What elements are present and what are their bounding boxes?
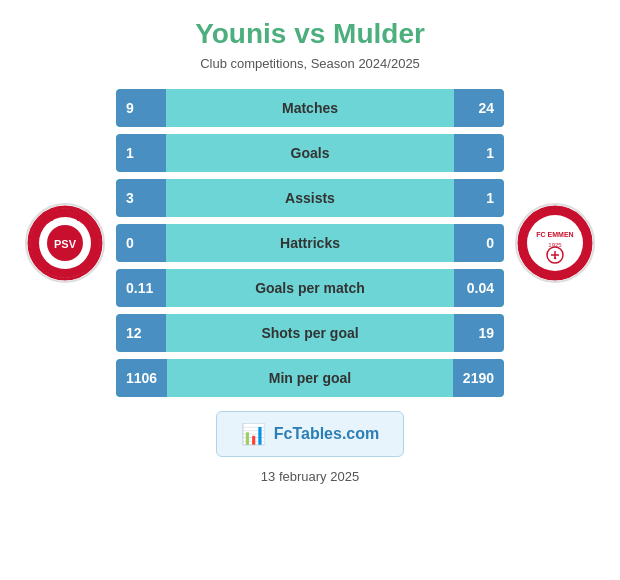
page-subtitle: Club competitions, Season 2024/2025 bbox=[200, 56, 420, 71]
stat-row: 1Goals1 bbox=[116, 134, 504, 172]
stat-right-value: 0.04 bbox=[454, 269, 504, 307]
stat-right-value: 19 bbox=[454, 314, 504, 352]
stat-label: Hattricks bbox=[166, 235, 454, 251]
fctables-text: FcTables.com bbox=[274, 425, 380, 443]
stat-row: 3Assists1 bbox=[116, 179, 504, 217]
fctables-banner: 📊 FcTables.com bbox=[216, 411, 405, 457]
stat-label: Goals per match bbox=[166, 280, 454, 296]
stat-label: Matches bbox=[166, 100, 454, 116]
stat-left-value: 1 bbox=[116, 134, 166, 172]
stat-right-value: 1 bbox=[454, 134, 504, 172]
stat-label: Shots per goal bbox=[166, 325, 454, 341]
stat-label: Goals bbox=[166, 145, 454, 161]
fctables-icon: 📊 bbox=[241, 422, 266, 446]
svg-text:FC EMMEN: FC EMMEN bbox=[536, 231, 573, 238]
svg-text:PSV: PSV bbox=[54, 238, 77, 250]
logo-right: FC EMMEN 1925 ✦ bbox=[510, 203, 600, 283]
stat-left-value: 1106 bbox=[116, 359, 167, 397]
stat-right-value: 0 bbox=[454, 224, 504, 262]
page-wrapper: Younis vs Mulder Club competitions, Seas… bbox=[0, 0, 620, 580]
stat-right-value: 2190 bbox=[453, 359, 504, 397]
page-title: Younis vs Mulder bbox=[195, 18, 425, 50]
date-footer: 13 february 2025 bbox=[261, 469, 359, 484]
comparison-area: PSV 9Matches241Goals13Assists10Hattricks… bbox=[20, 89, 600, 397]
svg-text:✦: ✦ bbox=[553, 255, 557, 261]
stat-right-value: 1 bbox=[454, 179, 504, 217]
stat-left-value: 0.11 bbox=[116, 269, 166, 307]
stat-row: 0.11Goals per match0.04 bbox=[116, 269, 504, 307]
stat-label: Assists bbox=[166, 190, 454, 206]
stat-row: 9Matches24 bbox=[116, 89, 504, 127]
logo-left: PSV bbox=[20, 203, 110, 283]
stat-left-value: 0 bbox=[116, 224, 166, 262]
stats-rows: 9Matches241Goals13Assists10Hattricks00.1… bbox=[116, 89, 504, 397]
stat-left-value: 9 bbox=[116, 89, 166, 127]
stat-row: 0Hattricks0 bbox=[116, 224, 504, 262]
psv-logo: PSV bbox=[25, 203, 105, 283]
stat-right-value: 24 bbox=[454, 89, 504, 127]
stat-left-value: 3 bbox=[116, 179, 166, 217]
stat-label: Min per goal bbox=[167, 370, 453, 386]
stat-row: 12Shots per goal19 bbox=[116, 314, 504, 352]
emmen-logo: FC EMMEN 1925 ✦ bbox=[515, 203, 595, 283]
stat-row: 1106Min per goal2190 bbox=[116, 359, 504, 397]
stat-left-value: 12 bbox=[116, 314, 166, 352]
